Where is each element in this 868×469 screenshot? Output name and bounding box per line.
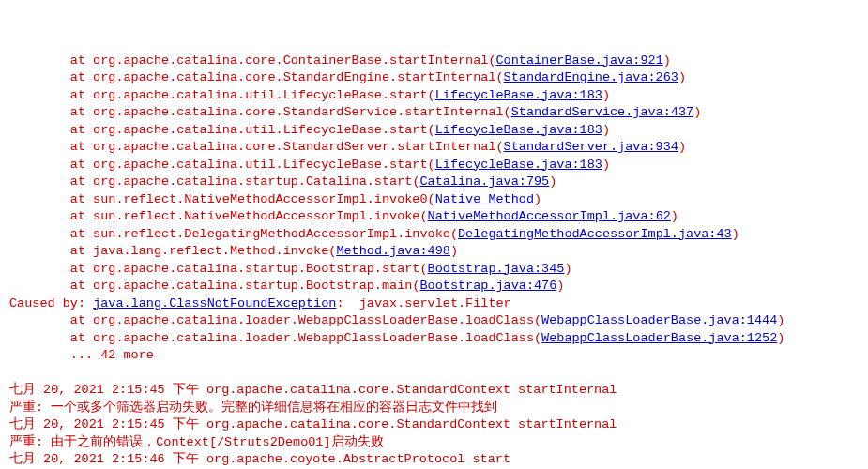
- stack-line: at java.lang.reflect.Method.invoke(Metho…: [9, 243, 859, 261]
- paren-open: (: [428, 123, 435, 137]
- source-link[interactable]: LifecycleBase.java:183: [435, 88, 602, 102]
- source-link[interactable]: NativeMethodAccessorImpl.java:62: [428, 209, 671, 223]
- exception-link[interactable]: java.lang.ClassNotFoundException: [93, 296, 336, 310]
- at-prefix: at org.apache.catalina.core.StandardEngi…: [9, 70, 495, 84]
- paren-close: ): [602, 123, 610, 137]
- source-link[interactable]: Bootstrap.java:476: [419, 279, 556, 293]
- log-line: 严重: 由于之前的错误，Context[/Struts2Demo01]启动失败: [9, 434, 859, 452]
- paren-close: ): [450, 244, 458, 258]
- at-prefix: at org.apache.catalina.loader.WebappClas…: [9, 313, 534, 327]
- source-link[interactable]: Bootstrap.java:345: [428, 262, 565, 276]
- stack-line: at org.apache.catalina.startup.Bootstrap…: [9, 278, 859, 295]
- blank-line: [9, 365, 859, 383]
- log-line: 严重: 一个或多个筛选器启动失败。完整的详细信息将在相应的容器日志文件中找到: [9, 400, 859, 417]
- stack-line: at org.apache.catalina.core.ContainerBas…: [9, 53, 859, 70]
- paren-close: ): [663, 53, 671, 68]
- paren-open: (: [495, 70, 503, 84]
- source-link[interactable]: LifecycleBase.java:183: [435, 158, 602, 172]
- paren-open: (: [504, 105, 511, 119]
- paren-close: ): [732, 227, 739, 241]
- paren-close: ): [777, 331, 784, 345]
- at-prefix: at sun.reflect.DelegatingMethodAccessorI…: [9, 227, 450, 241]
- paren-open: (: [488, 53, 495, 68]
- at-prefix: at org.apache.catalina.core.StandardServ…: [9, 140, 495, 154]
- at-prefix: at org.apache.catalina.startup.Bootstrap…: [9, 262, 419, 276]
- source-link[interactable]: WebappClassLoaderBase.java:1252: [541, 331, 777, 345]
- stack-line: at org.apache.catalina.startup.Catalina.…: [9, 174, 859, 191]
- source-link[interactable]: Native Method: [435, 192, 534, 206]
- paren-open: (: [450, 227, 458, 241]
- at-prefix: at org.apache.catalina.util.LifecycleBas…: [9, 123, 428, 137]
- caused-by-line: Caused by: java.lang.ClassNotFoundExcept…: [9, 295, 859, 313]
- paren-open: (: [419, 209, 427, 223]
- stack-line: at sun.reflect.NativeMethodAccessorImpl.…: [9, 208, 859, 226]
- at-prefix: at org.apache.catalina.util.LifecycleBas…: [9, 88, 428, 102]
- paren-close: ): [556, 279, 564, 293]
- exception-message: : javax.servlet.Filter: [336, 296, 510, 310]
- paren-close: ): [534, 192, 541, 206]
- at-prefix: at org.apache.catalina.startup.Catalina.…: [9, 174, 412, 189]
- paren-open: (: [428, 88, 435, 102]
- paren-open: (: [428, 192, 435, 206]
- paren-open: (: [534, 313, 541, 327]
- at-prefix: at sun.reflect.NativeMethodAccessorImpl.…: [9, 192, 428, 206]
- at-prefix: at java.lang.reflect.Method.invoke: [9, 244, 328, 258]
- source-link[interactable]: Catalina.java:795: [419, 174, 549, 189]
- cause-stack-line: at org.apache.catalina.loader.WebappClas…: [9, 330, 859, 348]
- source-link[interactable]: DelegatingMethodAccessorImpl.java:43: [458, 227, 732, 241]
- source-link[interactable]: StandardServer.java:934: [504, 140, 678, 154]
- paren-close: ): [678, 140, 686, 154]
- stack-line: at sun.reflect.DelegatingMethodAccessorI…: [9, 226, 859, 244]
- stack-line: at org.apache.catalina.core.StandardServ…: [9, 139, 859, 157]
- paren-close: ): [549, 174, 556, 189]
- log-line: 七月 20, 2021 2:15:45 下午 org.apache.catali…: [9, 416, 859, 434]
- stack-line: at org.apache.catalina.startup.Bootstrap…: [9, 261, 859, 279]
- paren-open: (: [495, 140, 503, 154]
- cause-stack-line: at org.apache.catalina.loader.WebappClas…: [9, 312, 859, 330]
- paren-close: ): [602, 88, 610, 102]
- paren-close: ): [671, 209, 678, 223]
- paren-open: (: [534, 331, 541, 345]
- source-link[interactable]: ContainerBase.java:921: [496, 53, 663, 68]
- paren-close: ): [777, 313, 784, 327]
- paren-close: ): [678, 70, 686, 84]
- log-line: 七月 20, 2021 2:15:45 下午 org.apache.catali…: [9, 382, 859, 400]
- paren-open: (: [419, 262, 427, 276]
- paren-close: ): [693, 105, 701, 119]
- source-link[interactable]: StandardService.java:437: [511, 105, 693, 119]
- caused-by-label: Caused by:: [9, 296, 93, 310]
- paren-close: ): [564, 262, 571, 276]
- log-line: 七月 20, 2021 2:15:46 下午 org.apache.coyote…: [9, 451, 859, 469]
- at-prefix: at org.apache.catalina.util.LifecycleBas…: [9, 158, 428, 172]
- console-output: at org.apache.catalina.core.ContainerBas…: [9, 53, 859, 470]
- stack-line: at org.apache.catalina.util.LifecycleBas…: [9, 122, 859, 140]
- source-link[interactable]: LifecycleBase.java:183: [435, 123, 602, 137]
- paren-close: ): [602, 158, 610, 172]
- stack-line: at sun.reflect.NativeMethodAccessorImpl.…: [9, 191, 859, 209]
- stack-line: at org.apache.catalina.util.LifecycleBas…: [9, 87, 859, 105]
- more-frames-line: ... 42 more: [9, 347, 859, 365]
- paren-open: (: [428, 158, 435, 172]
- stack-line: at org.apache.catalina.util.LifecycleBas…: [9, 157, 859, 174]
- source-link[interactable]: StandardEngine.java:263: [504, 70, 678, 84]
- source-link[interactable]: WebappClassLoaderBase.java:1444: [541, 313, 777, 327]
- stack-line: at org.apache.catalina.core.StandardServ…: [9, 104, 859, 122]
- at-prefix: at org.apache.catalina.core.StandardServ…: [9, 105, 504, 119]
- at-prefix: at org.apache.catalina.startup.Bootstrap…: [9, 279, 412, 293]
- stack-line: at org.apache.catalina.core.StandardEngi…: [9, 69, 859, 87]
- at-prefix: at sun.reflect.NativeMethodAccessorImpl.…: [9, 209, 419, 223]
- at-prefix: at org.apache.catalina.core.ContainerBas…: [9, 53, 488, 68]
- at-prefix: at org.apache.catalina.loader.WebappClas…: [9, 331, 534, 345]
- source-link[interactable]: Method.java:498: [336, 244, 450, 258]
